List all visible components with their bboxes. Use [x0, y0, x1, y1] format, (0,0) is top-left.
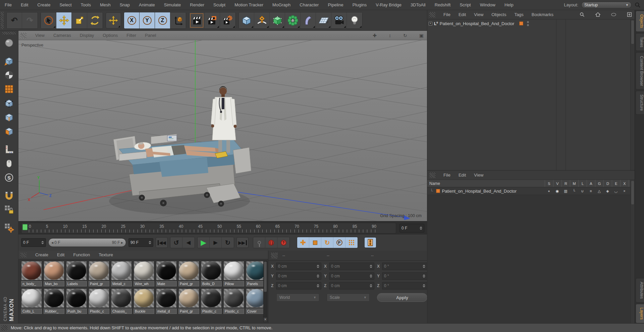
coordinate-mode-dropdown[interactable]: Scale▼ [327, 293, 370, 302]
material-metall-c[interactable]: Metall_c [111, 261, 132, 286]
material-plastic-c[interactable]: Plastic_c [89, 288, 109, 314]
object-manager-menu-tags[interactable]: Tags [514, 12, 523, 17]
layer-manager-grip[interactable] [429, 173, 435, 178]
snap-button[interactable]: S [2, 171, 16, 184]
generators-icon[interactable]: △ [595, 189, 603, 193]
menu-snap[interactable]: Snap [120, 2, 130, 7]
toggle-view-icon[interactable]: ▣ [419, 33, 424, 38]
last-tool-button[interactable] [106, 12, 121, 28]
next-frame-button[interactable]: ▶ [210, 237, 222, 248]
apply-button[interactable]: Apply [377, 293, 427, 302]
previous-frame-button[interactable]: ◀ [182, 237, 195, 248]
menu-v-ray-bridge[interactable]: V-Ray Bridge [376, 2, 401, 7]
object-manager-menu-edit[interactable]: Edit [459, 12, 466, 17]
object-manager-menu-bookmarks[interactable]: Bookmarks [532, 12, 553, 17]
material-paint-gr[interactable]: Paint_gr [89, 261, 109, 286]
expand-icon[interactable]: + [429, 22, 432, 25]
rotate-view-icon[interactable]: ↻ [403, 33, 407, 38]
menu-mograph[interactable]: MoGraph [272, 2, 290, 7]
y-axis-lock-button[interactable]: Y [140, 12, 155, 28]
add-cube-button[interactable] [239, 12, 254, 28]
material-metal-d[interactable]: metal_d [156, 288, 177, 314]
home-icon[interactable] [595, 12, 600, 17]
material-plastic-c[interactable]: Plastic_c [223, 288, 244, 314]
goto-start-button[interactable]: ◀◀ [156, 237, 168, 248]
viewport-canvas[interactable]: Y X Z Perspective Grid Spacing : 100 cm [18, 40, 427, 221]
light-button[interactable] [347, 12, 362, 28]
layer-manager-menu-edit[interactable]: Edit [459, 173, 466, 178]
layout-select[interactable]: Startup ▼ [581, 2, 632, 8]
key-rotation-button[interactable]: ↻ [321, 237, 333, 248]
key-scale-button[interactable] [309, 237, 321, 248]
animation-icon[interactable]: ≡ [587, 189, 595, 193]
add-layer-icon[interactable] [627, 12, 632, 17]
make-editable-button[interactable] [2, 54, 16, 68]
play-backwards-button[interactable]: ↺ [170, 237, 182, 248]
object-row[interactable]: + L0 Patient_on_Hospital_Bed_And_Doctor [427, 19, 635, 27]
menu-edit[interactable]: Edit [21, 2, 28, 7]
menu-tools[interactable]: Tools [81, 2, 91, 7]
goto-end-button[interactable]: ▶▶ [236, 237, 249, 248]
coordinate-grip[interactable] [271, 253, 278, 259]
material-wire-wh[interactable]: Wire_wh [133, 261, 154, 286]
playhead[interactable] [22, 224, 28, 230]
render-picture-viewer-button[interactable] [205, 12, 220, 28]
manager-icon[interactable]: └ [570, 189, 578, 193]
stepper-icon[interactable] [41, 241, 44, 244]
stepper-icon[interactable] [420, 226, 422, 230]
points-mode-button[interactable] [2, 96, 16, 110]
record-keyframe-button[interactable] [253, 237, 265, 248]
render-view-button[interactable] [189, 12, 205, 28]
stepper-icon[interactable] [370, 265, 372, 268]
key-position-button[interactable]: ✚ [297, 237, 309, 248]
material-paint-gr[interactable]: Paint_gr [178, 261, 199, 286]
motion-system-button[interactable] [364, 237, 376, 248]
quantize-lock-button[interactable] [2, 203, 16, 216]
key-pla-button[interactable] [345, 237, 358, 248]
viewport-menu-cameras[interactable]: Cameras [53, 33, 71, 38]
state-dot-icon[interactable]: ● [545, 189, 553, 193]
render-settings-button[interactable] [220, 12, 235, 28]
expressions-icon[interactable]: ◡ [612, 189, 620, 193]
material-mate[interactable]: Mate [156, 261, 177, 286]
menu-file[interactable]: File [5, 2, 12, 7]
material-scrollbar[interactable]: ▼ [263, 261, 267, 322]
side-tab-takes[interactable]: Takes [636, 33, 644, 51]
x-axis-lock-button[interactable]: X [124, 12, 140, 28]
eye-icon[interactable] [611, 13, 616, 16]
viewport-menu-filter[interactable]: Filter [126, 33, 136, 38]
object-manager-menu-view[interactable]: View [474, 12, 483, 17]
layer-manager-menu-view[interactable]: View [474, 173, 483, 178]
menu-redshift[interactable]: Redshift [435, 2, 451, 7]
coordinate-system-button[interactable] [170, 12, 186, 28]
render-icon[interactable]: ▥ [561, 189, 570, 193]
stepper-icon[interactable] [317, 284, 319, 287]
stepper-icon[interactable] [370, 274, 372, 278]
material-pillow[interactable]: Pillow [223, 261, 244, 286]
layer-manager-scrollbar[interactable] [630, 180, 635, 323]
edges-mode-button[interactable] [2, 111, 16, 124]
move-tool-button[interactable] [56, 12, 72, 28]
layer-manager-menu-file[interactable]: File [443, 173, 450, 178]
menu-simulate[interactable]: Simulate [164, 2, 181, 7]
deformers-icon[interactable]: ◈ [603, 189, 612, 193]
scale-tool-button[interactable] [72, 12, 87, 28]
layer-color-chip[interactable] [519, 21, 523, 25]
polygons-mode-button[interactable] [2, 125, 16, 138]
timeline-ruler[interactable]: 051015202530354045505560657075808590 [21, 223, 396, 234]
deformer-button[interactable] [301, 12, 316, 28]
viewport-menu-view[interactable]: View [35, 33, 45, 38]
material-paint-gr[interactable]: Paint_gr [178, 288, 199, 314]
start-frame-spinner[interactable]: 0 F [21, 238, 46, 247]
visibility-icon[interactable]: ◉ [553, 189, 561, 193]
frame-range-slider[interactable]: ◂ 0 F 90 F ▸ [48, 238, 126, 247]
material-colts-l[interactable]: Colts_L [21, 288, 42, 314]
rotate-tool-button[interactable] [87, 12, 103, 28]
search-icon[interactable] [580, 12, 585, 17]
object-manager-scrollbar[interactable] [630, 19, 635, 170]
viewport-menu-options[interactable]: Options [103, 33, 118, 38]
rotation-y-field[interactable]: 0 ° [382, 272, 427, 280]
status-grip[interactable] [1, 325, 7, 331]
position-z-field[interactable]: 0 cm [276, 282, 321, 289]
toolbar-grip[interactable] [1, 12, 4, 29]
